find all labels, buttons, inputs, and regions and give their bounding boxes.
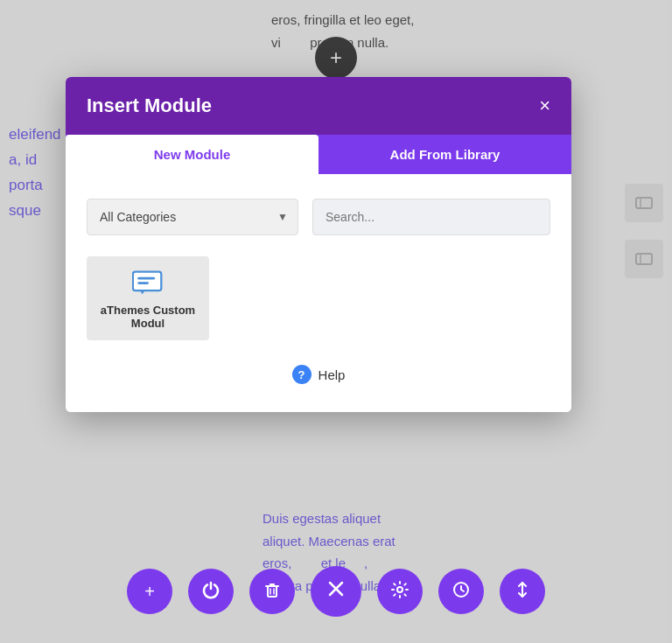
svg-rect-4 (133, 272, 161, 291)
category-select[interactable]: All Categories (87, 199, 298, 235)
sort-icon (513, 580, 532, 604)
modal-filters: All Categories ▼ (87, 199, 550, 235)
history-button[interactable] (438, 569, 484, 614)
modal-tabs: New Module Add From Library (66, 135, 571, 174)
category-filter-wrap: All Categories ▼ (87, 199, 298, 235)
module-search-input[interactable] (312, 199, 550, 235)
svg-rect-6 (137, 282, 149, 284)
help-section: ? Help (87, 365, 550, 384)
bottom-toolbar: + (0, 566, 672, 617)
modal-title: Insert Module (87, 94, 212, 117)
sort-button[interactable] (500, 569, 545, 614)
gear-icon (390, 580, 410, 604)
clock-icon (452, 580, 471, 604)
tab-new-module[interactable]: New Module (66, 135, 318, 174)
add-icon: + (144, 582, 155, 602)
trash-icon (262, 580, 282, 604)
svg-rect-5 (137, 277, 155, 280)
module-icon-chat (130, 270, 165, 297)
module-item-athemes[interactable]: aThemes Custom Modul (87, 256, 209, 340)
svg-point-14 (397, 587, 402, 592)
insert-module-modal: Insert Module × New Module Add From Libr… (66, 77, 571, 412)
power-button[interactable] (188, 569, 234, 614)
close-icon (326, 578, 346, 605)
module-name-athemes: aThemes Custom Modul (97, 304, 199, 330)
close-center-button[interactable] (311, 566, 361, 617)
tab-add-from-library[interactable]: Add From Library (318, 135, 571, 174)
settings-button[interactable] (377, 569, 423, 614)
svg-marker-7 (140, 290, 144, 295)
modal-body: All Categories ▼ aThemes Custom Modul (66, 174, 571, 412)
modal-header: Insert Module × (66, 77, 571, 135)
help-icon: ? (292, 365, 312, 384)
modules-grid: aThemes Custom Modul (87, 256, 550, 340)
help-label[interactable]: Help (318, 367, 346, 382)
modal-close-button[interactable]: × (539, 96, 550, 115)
delete-button[interactable] (249, 569, 295, 614)
svg-rect-8 (268, 586, 276, 597)
power-icon (201, 580, 220, 604)
add-button[interactable]: + (127, 569, 172, 614)
